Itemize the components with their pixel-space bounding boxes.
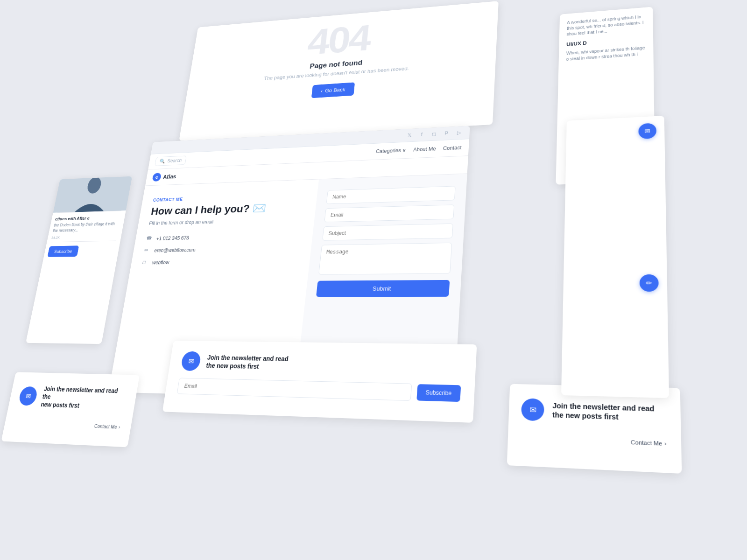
newsletter-icon-left: ✉ [18, 386, 38, 406]
contact-me-link-left[interactable]: Contact Me › [94, 423, 120, 430]
email-input[interactable] [324, 204, 454, 222]
phone-icon: ☎ [146, 236, 153, 242]
brand-icon: ⊙ [152, 173, 162, 182]
contact-phone: ☎ +1 012 345 678 [146, 232, 301, 242]
submit-button[interactable]: Submit [316, 280, 450, 297]
contact-title: How can I help you? ✉️ [150, 201, 304, 217]
right-text-intro: A wonderful se... of spring which I in t… [567, 14, 646, 37]
person-svg [53, 176, 132, 213]
newsletter-text-right: Join the newsletter and readthe new post… [552, 401, 655, 423]
right-text-content: A wonderful se... of spring which I in t… [558, 7, 654, 74]
search-placeholder: Search [167, 158, 183, 164]
newsletter-icon-right: ✉ [521, 398, 544, 421]
right-text-body: When, whi vapour ar strikes th foliage o… [566, 45, 646, 62]
scene: 404 Page not found The page you are look… [0, 0, 747, 560]
contact-me-link-right[interactable]: Contact Me › [631, 439, 667, 447]
subscribe-button-small[interactable]: Subscribe [47, 245, 79, 257]
fab-row-2: ✏ [571, 274, 659, 292]
instagram-icon[interactable]: ◻ [430, 131, 438, 138]
chevron-right-icon-left: › [118, 424, 120, 430]
nav-categories[interactable]: Categories ∨ [376, 147, 407, 154]
name-input[interactable] [326, 186, 456, 204]
chevron-right-icon-right: › [664, 440, 667, 447]
brand-name: Atlas [162, 173, 176, 180]
pinterest-icon[interactable]: P [443, 130, 450, 137]
cards-wrapper: 404 Page not found The page you are look… [0, 10, 747, 560]
message-input[interactable] [318, 243, 452, 275]
chevron-left-icon: ‹ [321, 88, 323, 94]
nav-contact[interactable]: Contact [443, 145, 461, 151]
error-page-card: 404 Page not found The page you are look… [179, 1, 498, 141]
search-icon: 🔍 [159, 159, 166, 164]
search-bar[interactable]: 🔍 Search [155, 155, 187, 166]
youtube-icon[interactable]: ▷ [455, 129, 463, 136]
facebook-icon[interactable]: f [418, 131, 425, 138]
social-icons: 𝕏 f ◻ P ▷ [406, 129, 463, 139]
blog-card-left: ctions with After e the Duden flows by t… [26, 176, 132, 344]
newsletter-card-left: ✉ Join the newsletter and read thenew po… [1, 372, 140, 447]
brand: ⊙ Atlas [152, 172, 176, 182]
go-back-button[interactable]: ‹ Go Back [311, 82, 355, 98]
subject-input[interactable] [322, 224, 453, 241]
contact-description: Fill in the form or drop an email [148, 217, 303, 226]
contact-email: ✉ eren@webflow.com [144, 245, 300, 254]
newsletter-content-left: ✉ Join the newsletter and read thenew po… [6, 372, 140, 424]
contact-social: ◻ webflow [141, 258, 298, 266]
contact-label: CONTACT ME [153, 193, 306, 203]
instagram-contact-icon: ◻ [141, 259, 149, 266]
fab-button-2[interactable]: ✏ [640, 274, 659, 292]
newsletter-text-left: Join the newsletter and read thenew post… [40, 385, 128, 412]
nav-right: Categories ∨ About Me Contact [376, 145, 462, 154]
twitter-icon[interactable]: 𝕏 [406, 132, 413, 139]
blog-image-person [53, 176, 132, 213]
email-icon: ✉ [144, 247, 151, 254]
nav-about[interactable]: About Me [413, 146, 436, 153]
